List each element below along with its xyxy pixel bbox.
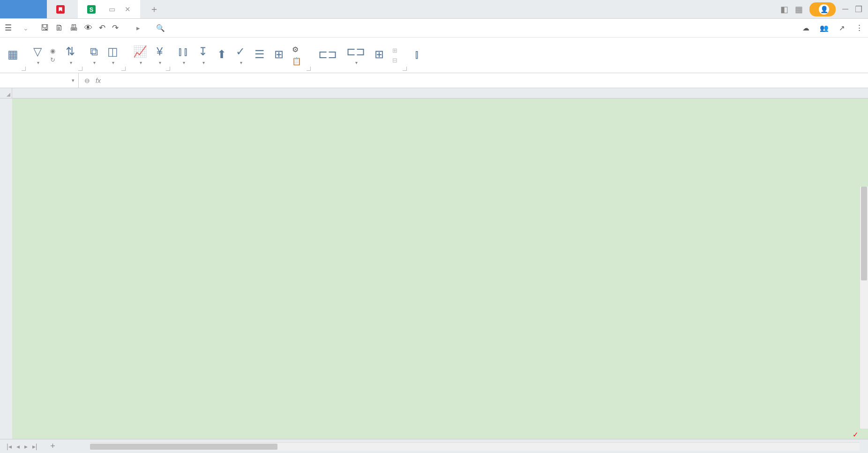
show-all-icon: ◉ [50,47,55,54]
split-sheet-button[interactable]: ⫿ [410,48,425,63]
stock-icon: 📈 [133,45,147,58]
text-to-columns-button[interactable]: ⫿⫿ [173,45,194,65]
dropdown-icon: ☰ [254,48,265,61]
tab-home[interactable] [0,0,47,18]
subtotal-button[interactable]: ⊞ [370,48,389,63]
share-icon: ↗ [839,24,845,32]
new-tab-button[interactable]: ＋ [140,0,168,18]
collapse-icon: ⊟ [392,57,397,64]
dropdown-list-button[interactable]: ☰ [250,48,269,63]
record-form-button[interactable]: 📋 [292,57,304,66]
select-all-corner[interactable] [0,88,12,98]
import-icon: ⬆ [217,48,226,61]
maximize-icon[interactable]: ❐ [855,4,862,15]
more-icon[interactable]: ⋮ [855,23,863,33]
fund-icon: ¥ [157,45,163,58]
expand-detail-button: ⊞ [392,47,400,54]
data-compare-button[interactable]: ◫ [103,45,123,65]
sheet-tab-bar: |◂ ◂ ▸ ▸| + [0,439,868,453]
sheet-prev-icon[interactable]: ◂ [15,443,22,450]
tab-spreadsheet[interactable]: S ▭ ✕ [78,0,140,18]
ungroup-icon: ⊏⊐ [346,45,365,58]
column-headers [0,88,868,98]
pivot-icon: ▦ [7,48,18,61]
docker-icon [56,5,65,14]
collapse-detail-button: ⊟ [392,57,400,64]
collab-button[interactable]: 👥 [820,24,831,32]
analysis-icon: ⚙ [292,45,299,54]
menubar: ☰ ⌄ 🖫 🗎 🖶 👁 ↶ ↷ ▸ 🔍 ☁ 👥 ↗ ⋮ [0,19,868,38]
avatar-icon: 👤 [819,4,829,15]
consolidate-button[interactable]: ⊞ [269,48,288,63]
redo-icon[interactable]: ↷ [112,23,119,33]
vertical-scrollbar[interactable] [860,187,868,429]
login-button[interactable]: 👤 [809,2,836,16]
fill-icon: ↧ [198,45,208,58]
merge-icon: ⊞ [274,48,284,61]
minimize-icon[interactable]: ─ [842,4,848,14]
lookup-entry-button[interactable]: ⬆ [212,48,231,63]
sheet-next-icon[interactable]: ▸ [22,443,30,450]
group-button[interactable]: ⊏⊐ [314,48,342,63]
sheet-last-icon[interactable]: ▸| [30,443,39,450]
file-menu[interactable]: ⌄ [15,23,33,34]
preview-icon[interactable]: 👁 [84,23,92,33]
subtotal-icon: ⊞ [374,48,384,61]
stock-button[interactable]: 📈 [128,45,152,65]
duplicates-button[interactable]: ⧉ [85,45,103,65]
cloud-icon: ☁ [802,24,809,32]
zoom-out-icon[interactable]: ⊖ [84,77,90,84]
name-box[interactable]: ▾ [0,73,79,88]
watermark: ✓ [853,430,859,439]
filter-icon: ▽ [33,45,42,58]
menu-icon[interactable]: ☰ [5,23,12,33]
expand-icon: ⊞ [392,47,397,54]
sheet-first-icon[interactable]: |◂ [5,443,14,450]
what-if-button[interactable]: ⚙ [292,45,304,54]
window-tabbar: S ▭ ✕ ＋ ◧ ▦ 👤 ─ ❐ [0,0,868,19]
splitpane-icon: ⫿ [414,48,420,61]
ungroup-button[interactable]: ⊏⊐ [342,45,370,65]
print-icon[interactable]: 🖶 [70,23,78,33]
command-search[interactable]: 🔍 [156,24,168,32]
show-all-button[interactable]: ◉ [50,47,57,54]
record-icon: 📋 [292,57,301,66]
spreadsheet-icon: S [87,5,96,14]
pivot-table-button[interactable]: ▦ [3,48,23,63]
dup-icon: ⧉ [90,45,98,58]
tab-close-icon[interactable]: ✕ [125,5,131,14]
ribbon: ▦ ▽ ◉ ↻ ⇅ ⧉ ◫ 📈 ¥ ⫿⫿ ↧ ⬆ ✓ ☰ ⊞ ⚙ 📋 ⊏⊐ ⊏⊐… [0,38,868,73]
scrollbar-thumb[interactable] [861,187,867,280]
spreadsheet-grid [0,88,868,443]
filter-button[interactable]: ▽ [29,45,46,65]
more-tabs[interactable]: ▸ [136,24,140,32]
saveas-icon[interactable]: 🗎 [55,23,63,33]
split-icon: ⫿⫿ [178,45,189,58]
fund-button[interactable]: ¥ [152,45,167,65]
layout-icon[interactable]: ◧ [780,4,788,15]
tab-docker[interactable] [47,0,78,18]
sort-button[interactable]: ⇅ [61,45,80,65]
scrollbar-thumb[interactable] [90,444,277,450]
validity-icon: ✓ [236,45,245,58]
share-button[interactable]: ↗ [839,24,847,32]
fx-icon[interactable]: fx [96,77,101,84]
sync-status[interactable]: ☁ [802,24,811,32]
horizontal-scrollbar[interactable] [90,442,860,451]
tab-window-icon[interactable]: ▭ [109,5,115,14]
group-icon: ⊏⊐ [318,48,337,61]
validity-button[interactable]: ✓ [231,45,250,65]
add-sheet-button[interactable]: + [44,439,62,453]
reapply-icon: ↻ [50,56,55,63]
apps-icon[interactable]: ▦ [795,4,803,15]
compare-icon: ◫ [107,45,118,58]
undo-icon[interactable]: ↶ [99,23,105,33]
sort-icon: ⇅ [66,45,75,58]
fill-button[interactable]: ↧ [194,45,212,65]
formula-input[interactable] [106,77,669,84]
formula-bar: ▾ ⊖ fx [0,73,868,88]
save-icon[interactable]: 🖫 [41,23,49,33]
cells-area[interactable] [12,98,868,443]
reapply-button[interactable]: ↻ [50,56,57,63]
svg-text:S: S [90,6,93,13]
